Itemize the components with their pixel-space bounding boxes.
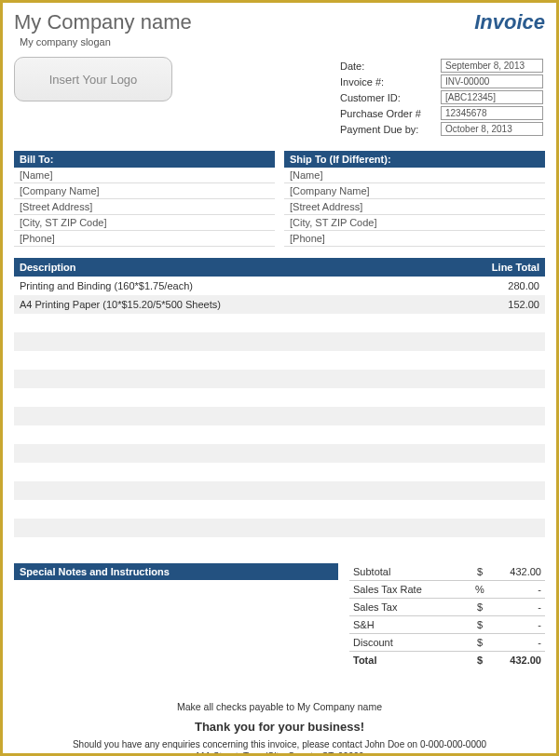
footer-address: 111 Street, Town/City, County, ST, 00000: [14, 751, 545, 756]
meta-po-value[interactable]: 12345678: [441, 106, 543, 120]
salestax-label: Sales Tax: [349, 599, 470, 616]
meta-date-value[interactable]: September 8, 2013: [441, 59, 543, 73]
item-desc[interactable]: [14, 500, 461, 519]
items-body: Printing and Binding (160*$1.75/each)280…: [14, 277, 545, 556]
item-total[interactable]: [461, 519, 545, 537]
item-row[interactable]: [14, 537, 545, 556]
meta-customer-value[interactable]: [ABC12345]: [441, 90, 543, 104]
item-row[interactable]: [14, 463, 545, 481]
item-row[interactable]: [14, 370, 545, 388]
notes-header: Special Notes and Instructions: [14, 563, 338, 580]
logo-meta-row: Insert Your Logo Date:September 8, 2013 …: [14, 57, 545, 138]
item-row[interactable]: [14, 500, 545, 519]
item-total[interactable]: [461, 500, 545, 519]
item-total[interactable]: [461, 463, 545, 481]
item-desc[interactable]: [14, 444, 461, 463]
item-total[interactable]: [461, 332, 545, 351]
item-row[interactable]: [14, 407, 545, 425]
footer-enquiry: Should you have any enquiries concerning…: [14, 739, 545, 749]
footer-thanks: Thank you for your business!: [14, 720, 545, 734]
subtotal-label: Subtotal: [349, 563, 470, 581]
salestax-val: -: [489, 599, 545, 616]
footer: Make all checks payable to My Company na…: [14, 701, 545, 756]
item-desc[interactable]: [14, 314, 461, 332]
discount-label: Discount: [349, 634, 470, 652]
ship-to-line[interactable]: [Phone]: [284, 231, 545, 247]
subtotal-val: 432.00: [489, 563, 545, 581]
item-row[interactable]: A4 Printing Paper (10*$15.20/5*500 Sheet…: [14, 295, 545, 314]
company-block: My Company name My company slogan: [14, 10, 192, 47]
item-total[interactable]: [461, 444, 545, 463]
item-row[interactable]: [14, 481, 545, 500]
ship-to-column: Ship To (If Different): [Name] [Company …: [284, 151, 545, 247]
item-total[interactable]: [461, 425, 545, 444]
ship-to-line[interactable]: [Street Address]: [284, 199, 545, 215]
discount-sym: $: [470, 634, 489, 652]
total-sym: $: [470, 652, 489, 669]
ship-to-line[interactable]: [Name]: [284, 168, 545, 183]
item-desc[interactable]: [14, 463, 461, 481]
subtotal-sym: $: [470, 563, 489, 581]
bill-ship-row: Bill To: [Name] [Company Name] [Street A…: [14, 151, 545, 247]
item-total[interactable]: [461, 370, 545, 388]
item-total[interactable]: [461, 314, 545, 332]
meta-invoice-value[interactable]: INV-00000: [441, 74, 543, 88]
bill-to-line[interactable]: [Phone]: [14, 231, 275, 247]
item-desc[interactable]: [14, 407, 461, 425]
totals-column: Subtotal$432.00 Sales Tax Rate%- Sales T…: [349, 563, 545, 692]
ship-to-line[interactable]: [Company Name]: [284, 183, 545, 199]
item-row[interactable]: [14, 444, 545, 463]
ship-to-line[interactable]: [City, ST ZIP Code]: [284, 215, 545, 231]
taxrate-sym: %: [470, 581, 489, 599]
notes-box[interactable]: [14, 580, 338, 692]
item-total[interactable]: [461, 388, 545, 407]
bill-to-line[interactable]: [Street Address]: [14, 199, 275, 215]
sh-sym: $: [470, 616, 489, 634]
item-row[interactable]: [14, 314, 545, 332]
sh-val[interactable]: -: [489, 616, 545, 634]
item-row[interactable]: [14, 332, 545, 351]
total-val: 432.00: [489, 652, 545, 669]
item-desc[interactable]: [14, 370, 461, 388]
item-desc[interactable]: [14, 388, 461, 407]
item-desc[interactable]: [14, 537, 461, 556]
logo-placeholder[interactable]: Insert Your Logo: [14, 57, 172, 101]
sh-label: S&H: [349, 616, 470, 634]
company-name: My Company name: [14, 10, 192, 34]
item-desc[interactable]: [14, 425, 461, 444]
item-total[interactable]: 152.00: [461, 295, 545, 314]
footer-checks: Make all checks payable to My Company na…: [14, 701, 545, 712]
ship-to-header: Ship To (If Different):: [284, 151, 545, 168]
item-row[interactable]: [14, 519, 545, 537]
item-row[interactable]: [14, 425, 545, 444]
item-row[interactable]: [14, 351, 545, 370]
items-total-header: Line Total: [461, 258, 545, 277]
salestax-sym: $: [470, 599, 489, 616]
item-total[interactable]: [461, 481, 545, 500]
meta-customer-label: Customer ID:: [336, 90, 439, 104]
item-row[interactable]: [14, 388, 545, 407]
taxrate-val[interactable]: -: [489, 581, 545, 599]
discount-val[interactable]: -: [489, 634, 545, 652]
meta-due-value[interactable]: October 8, 2013: [441, 122, 543, 136]
item-total[interactable]: [461, 537, 545, 556]
item-total[interactable]: [461, 407, 545, 425]
invoice-title: Invoice: [474, 10, 545, 34]
item-desc[interactable]: [14, 481, 461, 500]
item-desc[interactable]: [14, 332, 461, 351]
items-desc-header: Description: [14, 258, 461, 277]
item-desc[interactable]: [14, 351, 461, 370]
item-total[interactable]: 280.00: [461, 277, 545, 295]
bottom-row: Special Notes and Instructions Subtotal$…: [14, 563, 545, 692]
meta-due-label: Payment Due by:: [336, 122, 439, 136]
items-table: Description Line Total Printing and Bind…: [14, 258, 545, 556]
bill-to-header: Bill To:: [14, 151, 275, 168]
bill-to-line[interactable]: [Name]: [14, 168, 275, 183]
item-desc[interactable]: A4 Printing Paper (10*$15.20/5*500 Sheet…: [14, 295, 461, 314]
bill-to-line[interactable]: [Company Name]: [14, 183, 275, 199]
item-total[interactable]: [461, 351, 545, 370]
item-row[interactable]: Printing and Binding (160*$1.75/each)280…: [14, 277, 545, 295]
item-desc[interactable]: Printing and Binding (160*$1.75/each): [14, 277, 461, 295]
bill-to-line[interactable]: [City, ST ZIP Code]: [14, 215, 275, 231]
item-desc[interactable]: [14, 519, 461, 537]
